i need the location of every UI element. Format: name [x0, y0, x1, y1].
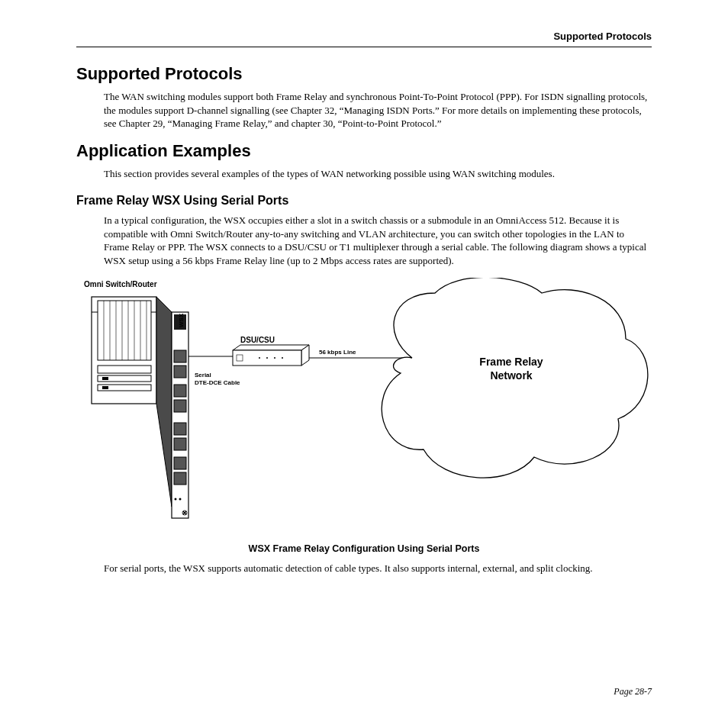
svg-point-29: [179, 498, 182, 501]
svg-rect-15: [102, 386, 108, 389]
svg-rect-14: [102, 377, 108, 380]
network-diagram: Omni Switch/Router: [76, 278, 652, 537]
svg-rect-17: [172, 312, 188, 518]
svg-point-28: [175, 498, 177, 501]
svg-rect-20: [174, 350, 186, 362]
svg-point-39: [274, 357, 275, 359]
diagram-svg: Omni Switch/Router: [76, 278, 656, 537]
label-omni-switch: Omni Switch/Router: [84, 280, 157, 288]
subheading-frame-relay-wsx: Frame Relay WSX Using Serial Ports: [76, 194, 652, 208]
application-examples-intro: This section provides several examples o…: [104, 167, 652, 181]
svg-rect-21: [174, 366, 186, 378]
svg-rect-11: [98, 366, 151, 373]
svg-point-37: [259, 357, 260, 359]
label-wsx-module: WSX: [178, 313, 185, 327]
svg-rect-36: [237, 355, 243, 361]
label-serial-cable-1: Serial: [195, 372, 211, 378]
dsu-csu-icon: DSU/CSU: [233, 336, 309, 366]
frame-relay-cloud-icon: Frame Relay Network: [382, 278, 648, 478]
wsx-module-icon: WSX: [172, 312, 188, 518]
document-page: Supported Protocols Supported Protocols …: [0, 0, 728, 728]
svg-rect-27: [174, 472, 186, 485]
svg-rect-24: [174, 423, 186, 435]
frame-relay-paragraph: In a typical configuration, the WSX occu…: [104, 214, 652, 267]
svg-marker-16: [156, 297, 172, 507]
label-cloud-line1: Frame Relay: [479, 356, 543, 368]
svg-point-38: [266, 357, 268, 359]
svg-rect-22: [174, 385, 186, 397]
label-serial-cable-2: DTE-DCE Cable: [195, 379, 240, 386]
omni-switch-icon: [92, 297, 172, 507]
after-diagram-paragraph: For serial ports, the WSX supports autom…: [104, 562, 652, 575]
diagram-caption: WSX Frame Relay Configuration Using Seri…: [76, 543, 652, 554]
svg-rect-25: [174, 438, 186, 450]
heading-supported-protocols: Supported Protocols: [76, 64, 652, 84]
label-cloud-line2: Network: [490, 369, 532, 382]
page-number: Page 28-7: [614, 686, 652, 697]
svg-rect-23: [174, 400, 186, 412]
svg-rect-26: [174, 457, 186, 469]
supported-protocols-paragraph: The WAN switching modules support both F…: [104, 90, 652, 130]
svg-point-40: [282, 357, 283, 359]
label-56kbps: 56 kbps Line: [319, 349, 356, 356]
heading-application-examples: Application Examples: [76, 141, 652, 161]
svg-rect-2: [98, 301, 151, 360]
label-dsu-csu: DSU/CSU: [240, 336, 275, 344]
svg-marker-33: [233, 345, 309, 350]
page-header-title: Supported Protocols: [76, 31, 652, 47]
